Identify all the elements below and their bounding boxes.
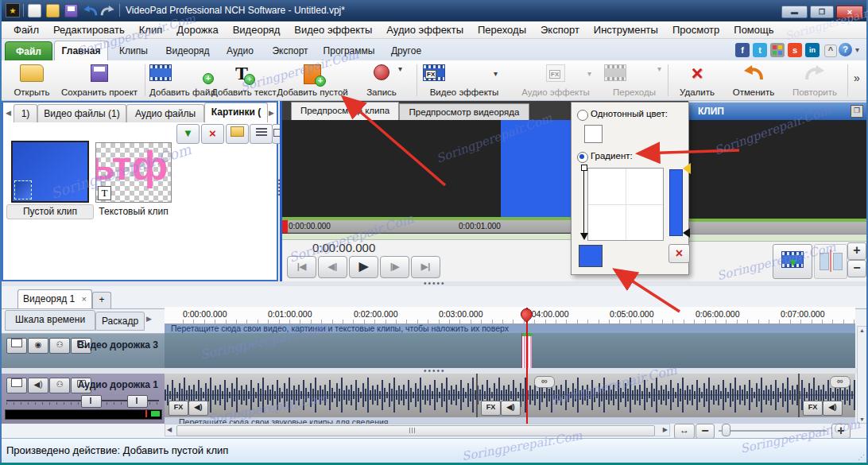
play-button[interactable]: ▶ (349, 256, 378, 278)
menu-sequence[interactable]: Видеоряд (226, 24, 288, 36)
pan-slider-handle[interactable] (127, 395, 148, 408)
bin-tab-video-files[interactable]: Видео файлы (1) (37, 104, 126, 122)
track-group-button[interactable]: ⚇ (49, 378, 70, 393)
menu-tools[interactable]: Инструменты (587, 24, 665, 36)
clip-speaker-button[interactable]: ◀) (823, 401, 843, 416)
place-on-sequence-button[interactable]: ▼ (773, 244, 812, 279)
scroll-left-icon[interactable]: ◀ (167, 426, 172, 433)
record-button[interactable]: ▾ Запись (356, 63, 407, 99)
scrollbar-thumb[interactable] (176, 425, 655, 436)
menu-clip[interactable]: Клип (132, 24, 169, 36)
record-dropdown-icon[interactable]: ▾ (398, 64, 402, 73)
help-dropdown-icon[interactable]: ▾ (855, 45, 859, 54)
timeline-ruler[interactable]: 0:00:00.000 0:01:00.000 0:02:00.000 0:03… (165, 307, 855, 324)
link-icon[interactable]: ∞ (534, 376, 555, 388)
mode-tabs-scroll-icon[interactable]: ▶ (146, 315, 152, 323)
menu-track[interactable]: Дорожка (169, 24, 225, 36)
tab-timeline-mode[interactable]: Шкала времени (5, 310, 95, 331)
panel-restore-icon[interactable]: ❐ (851, 105, 863, 118)
googleplus-icon[interactable] (770, 43, 785, 57)
preview-playhead-marker[interactable] (282, 220, 288, 233)
bin-tabs-scroll-right-icon[interactable]: ▶ (269, 109, 274, 117)
bin-add-to-sequence-button[interactable]: ▼ (176, 124, 200, 144)
ribbon-tab-audio[interactable]: Аудио (219, 41, 261, 60)
menu-transitions[interactable]: Переходы (471, 24, 533, 36)
scroll-down-icon[interactable]: ▼ (859, 417, 865, 422)
open-project-icon[interactable] (46, 4, 60, 17)
ribbon-tab-sequence[interactable]: Видеоряд (159, 41, 216, 60)
delete-button[interactable]: × Удалить (672, 63, 722, 99)
sequence-tab-close-icon[interactable]: × (82, 294, 87, 304)
link-icon[interactable]: ∞ (830, 376, 851, 388)
video-effects-button[interactable]: FX ▾ Видео эффекты (423, 63, 506, 99)
go-to-start-button[interactable]: |◀ (287, 256, 316, 278)
clip-fx-button[interactable]: FX (803, 401, 823, 416)
ribbon-tab-clips[interactable]: Клипы (111, 41, 156, 60)
stumbleupon-icon[interactable]: s (788, 43, 802, 57)
restore-button[interactable]: ❐ (810, 6, 834, 18)
clip-thumbnail-blank[interactable] (11, 141, 89, 203)
video-effects-dropdown-icon[interactable]: ▾ (494, 69, 498, 78)
fit-to-window-button[interactable]: ↔ (674, 424, 695, 439)
clip-fx-button[interactable]: FX (169, 401, 188, 416)
close-button[interactable]: × (836, 6, 863, 18)
track-mute-button[interactable]: ◀) (28, 378, 48, 393)
clip-speaker-button[interactable]: ◀) (188, 401, 208, 416)
undo-icon[interactable] (83, 4, 98, 21)
timeline-playhead-line[interactable] (526, 308, 528, 424)
step-forward-button[interactable]: |▶ (380, 256, 409, 278)
volume-slider-handle[interactable] (81, 395, 102, 408)
track-visibility-button[interactable]: ◉ (28, 338, 48, 354)
popup-close-button[interactable]: × (668, 244, 690, 263)
ribbon-tab-home[interactable]: Главная (54, 41, 108, 62)
video-track-area[interactable] (165, 333, 855, 368)
gradient-color-bar[interactable] (669, 169, 683, 236)
gradient-bottom-stop-icon[interactable] (683, 228, 690, 238)
tab-sequence-preview[interactable]: Предпросмотр видеоряда (399, 103, 529, 122)
gradient-direction-editor[interactable] (587, 168, 664, 241)
bin-remove-button[interactable]: × (201, 124, 224, 144)
add-text-button[interactable]: T+ Добавить текст (211, 63, 272, 99)
go-to-end-button[interactable]: ▶| (411, 256, 440, 278)
zoom-out-button[interactable]: − (847, 260, 866, 277)
clip-fx-button[interactable]: FX (481, 401, 501, 416)
timeline-zoom-out-button[interactable]: − (696, 424, 715, 439)
scroll-right-icon[interactable]: ▶ (663, 426, 668, 433)
bin-tab-audio-files[interactable]: Аудио файлы (126, 104, 204, 122)
clip-panel-titlebar[interactable]: КЛИП ❐ (688, 103, 868, 120)
save-project-icon[interactable] (64, 4, 78, 17)
ribbon-tab-file[interactable]: Файл (5, 41, 52, 62)
bin-tab-partial[interactable]: 1) (14, 104, 37, 122)
toolbar-overflow-icon[interactable]: » (854, 72, 860, 84)
linkedin-icon[interactable]: in (805, 43, 820, 57)
ribbon-tab-export[interactable]: Экспорт (265, 41, 315, 60)
gradient-radio[interactable] (577, 152, 588, 163)
bin-tab-images[interactable]: Картинки ( (204, 103, 268, 122)
menu-view[interactable]: Просмотр (665, 24, 727, 36)
clip-thumbnail-text[interactable]: ьтфи T (95, 142, 172, 203)
open-button[interactable]: Открыть (10, 63, 54, 99)
audio-track-area[interactable]: ∞ ∞ FX ◀) FX ◀) FX ◀) (165, 374, 855, 417)
menu-help[interactable]: Помощь (727, 24, 781, 36)
minimize-button[interactable]: ▬ (781, 6, 808, 18)
solid-color-radio[interactable] (577, 110, 588, 121)
zoom-in-button[interactable]: + (847, 242, 866, 260)
bin-tabs-scroll-left-icon[interactable]: ◀ (6, 109, 11, 117)
menu-audio-effects[interactable]: Аудио эффекты (379, 24, 471, 36)
track-group-button[interactable]: ⚇ (49, 338, 70, 354)
undo-button[interactable]: Отменить (725, 63, 782, 99)
facebook-icon[interactable]: f (735, 43, 750, 57)
menu-video-effects[interactable]: Видео эффекты (287, 24, 379, 36)
twitter-icon[interactable]: t (753, 43, 767, 57)
add-blank-button[interactable]: + Добавить пустой (275, 63, 350, 99)
add-file-button[interactable]: + Добавить файл (149, 63, 208, 99)
step-back-button[interactable]: ◀| (318, 256, 347, 278)
solid-color-swatch[interactable] (584, 125, 603, 143)
gradient-top-stop-icon[interactable] (683, 163, 691, 174)
track-blank-button[interactable] (6, 338, 27, 354)
ribbon-tab-programs[interactable]: Программы (318, 41, 380, 60)
add-sequence-tab[interactable]: + (92, 292, 111, 309)
clip-speaker-button[interactable]: ◀) (501, 401, 521, 416)
collapse-ribbon-icon[interactable]: ^ (824, 45, 837, 57)
new-project-icon[interactable] (28, 4, 41, 17)
